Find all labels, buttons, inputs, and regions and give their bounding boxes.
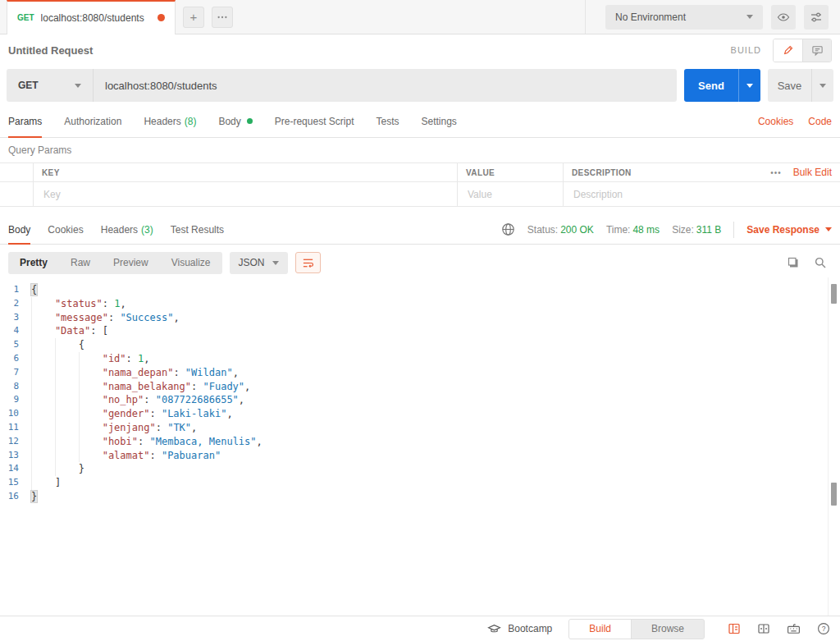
code-line: 6"id": 1,	[0, 352, 840, 366]
response-meta: Status:200 OK Time:48 ms Size:311 B Save…	[501, 222, 832, 238]
wrap-text-button[interactable]	[295, 252, 321, 273]
line-content: {	[31, 283, 37, 297]
graduation-cap-icon	[487, 622, 501, 636]
viewer-mode-pretty[interactable]: Pretty	[8, 252, 59, 274]
tab-settings[interactable]: Settings	[422, 105, 457, 137]
code-token: }	[79, 463, 84, 474]
indent-guide	[31, 380, 55, 394]
indent-guide	[55, 421, 79, 435]
response-tab-headers[interactable]: Headers(3)	[101, 215, 153, 244]
code-line: 15]	[0, 476, 840, 490]
new-tab-button[interactable]: +	[183, 7, 204, 28]
build-mode-label: BUILD	[731, 45, 761, 55]
code-token: :	[149, 450, 161, 461]
build-tab[interactable]: Build	[569, 620, 632, 639]
tab-tests[interactable]: Tests	[376, 105, 399, 137]
help-icon: ?	[817, 622, 830, 635]
response-viewer-bar: PrettyRawPreviewVisualize JSON	[0, 248, 840, 277]
response-tab-cookies[interactable]: Cookies	[48, 215, 83, 244]
wrap-text-icon	[302, 257, 314, 269]
tab-pre-request-script[interactable]: Pre-request Script	[275, 105, 354, 137]
globe-icon[interactable]	[501, 222, 515, 236]
language-selector[interactable]: JSON	[230, 252, 288, 274]
code-link[interactable]: Code	[808, 116, 832, 127]
param-value-input[interactable]	[466, 188, 555, 201]
code-token: "id"	[103, 353, 126, 364]
response-body-editor[interactable]: 1{2"status": 1,3"message": "Success",4"D…	[0, 277, 840, 616]
keyboard-shortcuts-button[interactable]	[787, 622, 801, 636]
scrollbar-thumb[interactable]	[831, 483, 837, 506]
code-line: 3"message": "Success",	[0, 311, 840, 325]
code-token: ,	[191, 422, 197, 433]
two-pane-layout-button[interactable]	[757, 622, 770, 635]
indent-guide	[31, 421, 55, 435]
viewer-mode-group: PrettyRawPreviewVisualize	[8, 252, 222, 274]
bootcamp-button[interactable]: Bootcamp	[487, 622, 552, 636]
console-button[interactable]	[728, 622, 741, 635]
line-number: 1	[0, 283, 31, 297]
code-token: :	[156, 422, 167, 433]
sliders-icon	[810, 11, 823, 24]
tab-label: Test Results	[171, 224, 224, 236]
url-input[interactable]	[93, 69, 677, 102]
viewer-mode-raw[interactable]: Raw	[59, 252, 102, 274]
request-title[interactable]: Untitled Request	[8, 44, 93, 57]
edit-mode-button[interactable]	[774, 39, 802, 62]
tab-headers[interactable]: Headers(8)	[144, 105, 196, 137]
response-tab-body[interactable]: Body	[8, 215, 30, 244]
request-tabs-bar: ParamsAuthorizationHeaders(8)BodyPre-req…	[0, 105, 840, 138]
copy-icon[interactable]	[787, 256, 800, 269]
browse-tab[interactable]: Browse	[632, 620, 704, 639]
viewer-mode-visualize[interactable]: Visualize	[160, 252, 222, 274]
search-icon[interactable]	[814, 256, 827, 269]
line-number: 16	[0, 490, 31, 504]
help-button[interactable]: ?	[817, 622, 830, 635]
indent-guide	[31, 462, 55, 476]
params-input-row	[0, 182, 840, 207]
console-icon	[728, 622, 741, 635]
indent-guide	[31, 393, 55, 407]
environment-settings-button[interactable]	[804, 5, 829, 30]
code-line: 2"status": 1,	[0, 297, 840, 311]
line-number: 14	[0, 462, 31, 476]
tab-body[interactable]: Body	[218, 105, 252, 137]
environment-selector[interactable]: No Environment	[605, 5, 763, 30]
bulk-edit-link[interactable]: Bulk Edit	[793, 167, 832, 178]
line-content: "no_hp": "087722686655",	[31, 393, 244, 407]
scrollbar-thumb[interactable]	[831, 284, 837, 304]
save-button[interactable]: Save	[768, 69, 811, 102]
comments-button[interactable]	[802, 39, 831, 62]
response-tab-test-results[interactable]: Test Results	[171, 215, 224, 244]
save-options-button[interactable]	[811, 69, 833, 102]
line-content: }	[31, 490, 37, 504]
tab-authorization[interactable]: Authorization	[64, 105, 121, 137]
editor-scrollbar[interactable]	[828, 277, 840, 616]
request-tab-active[interactable]: GET localhost:8080/students	[7, 0, 176, 34]
cookies-link[interactable]: Cookies	[758, 116, 793, 127]
param-description-input[interactable]	[572, 188, 832, 201]
save-response-button[interactable]: Save Response	[746, 224, 832, 236]
send-options-button[interactable]	[738, 69, 760, 102]
send-button[interactable]: Send	[684, 69, 738, 102]
code-token: "hobi"	[103, 436, 138, 447]
code-token: "Membaca, Menulis"	[149, 436, 256, 447]
chevron-down-icon	[746, 15, 753, 19]
param-key-input[interactable]	[42, 188, 449, 201]
params-header-row: KEY VALUE DESCRIPTION ••• Bulk Edit	[0, 163, 840, 182]
viewer-mode-preview[interactable]: Preview	[102, 252, 160, 274]
tab-options-button[interactable]	[212, 7, 233, 28]
divider	[733, 222, 734, 238]
indent-guide	[31, 476, 55, 490]
code-token: ]	[55, 477, 61, 488]
method-selector[interactable]: GET	[7, 69, 93, 102]
tab-params[interactable]: Params	[8, 105, 42, 137]
params-more-button[interactable]: •••	[770, 168, 782, 177]
indent-guide	[31, 352, 55, 366]
line-content: "Data": [	[31, 324, 108, 338]
line-content: "hobi": "Membaca, Menulis",	[31, 435, 262, 449]
params-row-handle	[0, 182, 33, 206]
code-token: "Wildan"	[185, 367, 233, 378]
indent-guide	[31, 449, 55, 463]
line-number: 12	[0, 435, 31, 449]
environment-quick-look-button[interactable]	[771, 5, 796, 30]
